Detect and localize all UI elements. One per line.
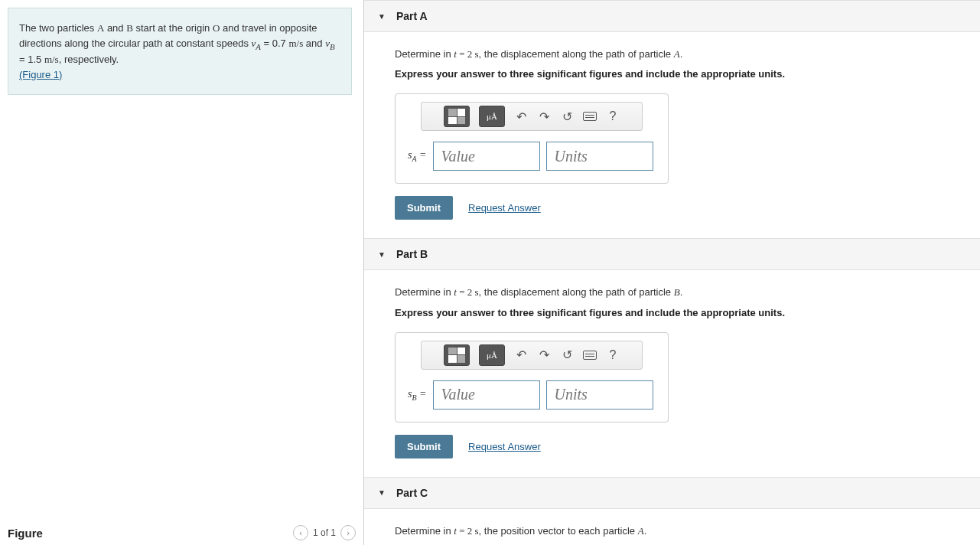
text: start at the origin	[133, 22, 213, 34]
part-b-header[interactable]: ▼ Part B	[364, 238, 980, 270]
part-b-units-input[interactable]	[546, 380, 653, 410]
part-a-question: Determine in t = 2 s, the displacement a…	[395, 47, 949, 61]
sub-a: A	[256, 41, 261, 51]
keyboard-icon[interactable]	[583, 351, 597, 360]
part-c-body: Determine in t = 2 s, the position vecto…	[364, 509, 980, 545]
sub-b: B	[330, 41, 335, 51]
text: and	[104, 22, 126, 34]
redo-icon[interactable]: ↷	[537, 348, 551, 362]
part-a-instruction: Express your answer to three significant…	[395, 67, 949, 81]
part-a-submit-button[interactable]: Submit	[395, 196, 453, 220]
redo-icon[interactable]: ↷	[537, 109, 551, 124]
figure-next-button[interactable]: ›	[340, 525, 356, 540]
part-b-value-input[interactable]	[433, 380, 540, 410]
units-icon: μÅ	[487, 112, 497, 121]
units-format-button[interactable]: μÅ	[479, 344, 505, 366]
caret-down-icon: ▼	[378, 250, 386, 259]
figure-title: Figure	[8, 527, 43, 540]
units-format-button[interactable]: μÅ	[479, 106, 505, 127]
part-c-header[interactable]: ▼ Part C	[364, 477, 980, 509]
units-icon: μÅ	[487, 351, 497, 360]
part-b-body: Determine in t = 2 s, the displacement a…	[364, 270, 980, 476]
figure-nav: ‹ 1 of 1 ›	[293, 525, 356, 540]
figure-panel: Figure ‹ 1 of 1 ›	[8, 521, 356, 545]
templates-button[interactable]	[444, 106, 470, 127]
help-icon[interactable]: ?	[606, 109, 620, 123]
part-b-instruction: Express your answer to three significant…	[395, 306, 949, 320]
part-a-units-input[interactable]	[546, 142, 653, 171]
reset-icon[interactable]: ↺	[560, 348, 574, 362]
caret-down-icon: ▼	[378, 488, 386, 497]
part-b-toolbar: μÅ ↶ ↷ ↺ ?	[421, 341, 643, 370]
keyboard-icon[interactable]	[583, 112, 597, 121]
unit: m/s	[44, 54, 59, 65]
text: = 1.5	[19, 54, 44, 65]
part-a-request-answer-link[interactable]: Request Answer	[468, 202, 541, 214]
particle-b: B	[126, 22, 133, 34]
unit: m/s	[288, 38, 303, 49]
undo-icon[interactable]: ↶	[514, 348, 528, 362]
part-b-answer-box: μÅ ↶ ↷ ↺ ? sB =	[395, 332, 669, 423]
part-c-title: Part C	[396, 487, 428, 499]
part-a-value-input[interactable]	[433, 142, 540, 171]
figure-prev-button[interactable]: ‹	[293, 525, 308, 540]
templates-icon	[448, 348, 465, 363]
figure-link[interactable]: (Figure 1)	[19, 69, 62, 80]
part-a-answer-box: μÅ ↶ ↷ ↺ ? sA =	[395, 93, 669, 184]
text: and	[303, 38, 325, 49]
reset-icon[interactable]: ↺	[560, 109, 574, 124]
caret-down-icon: ▼	[378, 12, 386, 21]
part-a-toolbar: μÅ ↶ ↷ ↺ ?	[421, 102, 643, 131]
templates-icon	[448, 109, 465, 124]
part-a-title: Part A	[396, 10, 428, 22]
part-b-input-row: sB =	[408, 380, 656, 410]
part-b-title: Part B	[396, 248, 428, 260]
part-b-submit-button[interactable]: Submit	[395, 435, 453, 459]
help-icon[interactable]: ?	[606, 348, 620, 362]
text: = 0.7	[261, 38, 289, 49]
part-b-request-answer-link[interactable]: Request Answer	[468, 441, 541, 452]
text: The two particles	[19, 22, 97, 34]
part-b-question: Determine in t = 2 s, the displacement a…	[395, 286, 949, 299]
origin-o: O	[213, 22, 220, 34]
templates-button[interactable]	[444, 344, 470, 366]
undo-icon[interactable]: ↶	[514, 109, 528, 124]
part-c-question: Determine in t = 2 s, the position vecto…	[395, 524, 949, 538]
particle-a: A	[97, 22, 104, 34]
text: , respectively.	[59, 54, 119, 65]
problem-statement: The two particles A and B start at the o…	[8, 8, 352, 95]
part-a-header[interactable]: ▼ Part A	[364, 0, 980, 32]
part-a-body: Determine in t = 2 s, the displacement a…	[364, 32, 980, 238]
part-b-variable-label: sB =	[408, 388, 427, 402]
figure-page-indicator: 1 of 1	[313, 527, 336, 538]
part-a-input-row: sA =	[408, 142, 656, 171]
part-a-variable-label: sA =	[408, 149, 427, 163]
